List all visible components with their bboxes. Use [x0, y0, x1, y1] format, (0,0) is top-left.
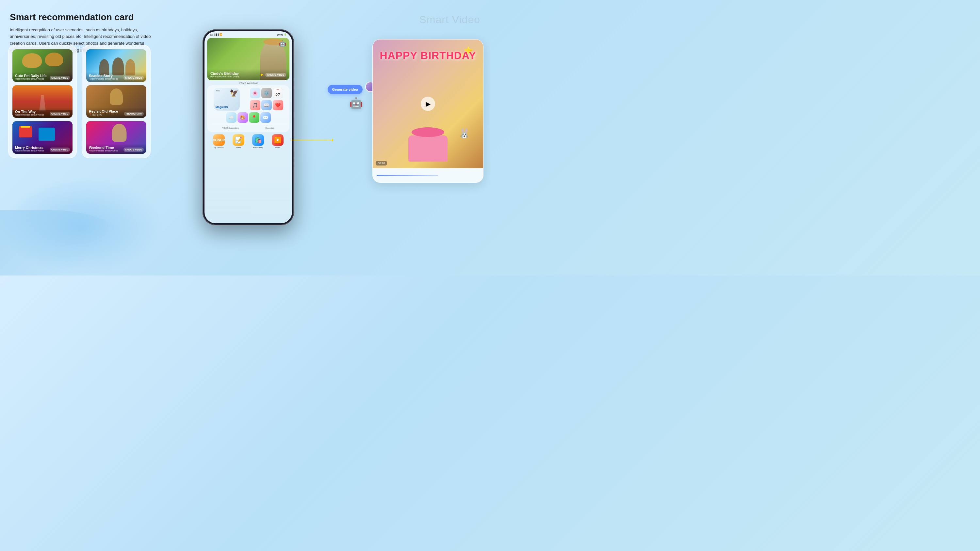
phone-mockup: 5G ▐▐▐ 📶 10:08 🔋 [202, 29, 294, 225]
card-cute-pet-subtitle: Recommended smart videos [15, 78, 47, 80]
card-revisit-overlay: Revisit Old Place 📍 BEI JING PHOTOGRAPH [86, 107, 146, 118]
card-column-2: Seaside Story Recommended smart videos C… [82, 45, 151, 158]
health-icon[interactable]: ❤️ [273, 100, 283, 110]
card-seaside[interactable]: Seaside Story Recommended smart videos C… [86, 49, 146, 82]
card-weekend-title: Weekend Time [89, 146, 118, 149]
card-cute-pet-action[interactable]: CREATE VIDEO [50, 76, 70, 80]
wifi-icon: 📶 [220, 33, 223, 36]
card-on-the-way-overlay: On The Way Recommended smart videos CREA… [13, 108, 73, 118]
cloud-icon[interactable]: ☁️ [226, 112, 237, 123]
color-icon[interactable]: 🎨 [237, 112, 248, 123]
play-button[interactable]: ▶ [421, 97, 435, 111]
signal-icon: 5G [210, 33, 213, 36]
settings-icon[interactable]: ⚙️ [261, 88, 272, 98]
mail-icon[interactable]: ✉️ [260, 112, 271, 123]
card-weekend[interactable]: Weekend Time Recommended smart videos CR… [86, 121, 146, 154]
bg-blob [0, 178, 163, 275]
card-revisit-action[interactable]: PHOTOGRAPH [124, 112, 144, 116]
card-on-the-way-title: On The Way [15, 110, 44, 114]
card-revisit-location: BEI JING [92, 114, 102, 116]
time-display: 10:08 [277, 33, 283, 36]
know-label: Know [216, 90, 221, 92]
video-app[interactable]: ▶️ Video [270, 134, 285, 149]
app-gallery-label: APP Gallery [253, 146, 264, 149]
yoyo-mascot-right: 🤖 [350, 97, 363, 109]
birthday-create-btn[interactable]: CREATE VIDEO [265, 73, 286, 77]
video-timer: 00:20 [376, 161, 387, 165]
status-bar: 5G ▐▐▐ 📶 10:08 🔋 [205, 31, 292, 37]
card-revisit-location-icon: 📍 [89, 113, 92, 116]
generate-video-btn[interactable]: Generate video [328, 85, 363, 94]
card-cute-pet-title: Cute Pet Daily Life [15, 74, 47, 78]
location-icon[interactable]: 📍 [249, 112, 259, 123]
appgallery-icon[interactable]: 🛍️ [252, 134, 264, 146]
video-bottom-bar [373, 168, 483, 183]
video-icon[interactable]: ▶️ [272, 134, 283, 146]
magic-os-card[interactable]: Know MagicOS 🦅 [214, 88, 240, 111]
cal-date: 27 [276, 93, 280, 97]
card-on-the-way[interactable]: On The Way Recommended smart videos CREA… [13, 85, 73, 118]
card-column-1: Cute Pet Daily Life Recommended smart vi… [8, 45, 77, 158]
battery-icon: 🔋 [284, 33, 287, 36]
magic-os-label: MagicOS [216, 105, 228, 109]
app-row-2: ☁️ 🎨 📍 ✉️ [209, 112, 288, 123]
app-grid-section: Know MagicOS 🦅 🌸 ⚙️ [207, 85, 290, 132]
card-christmas-title: Merry Christmas [15, 146, 44, 149]
card-seaside-subtitle: Recommended smart videos [89, 78, 118, 80]
card-weekend-subtitle: Recommended smart videos [89, 149, 118, 152]
card-weekend-overlay: Weekend Time Recommended smart videos CR… [86, 144, 146, 154]
card-revisit-title: Revisit Old Place [89, 110, 118, 113]
hb-text-container: HAPPY BIRTHDAY [373, 49, 483, 62]
card-seaside-overlay: Seaside Story Recommended smart videos C… [86, 72, 146, 82]
notes-app[interactable]: 📝 Notes [231, 134, 246, 149]
progress-bar[interactable] [377, 175, 438, 176]
hb-text: HAPPY BIRTHDAY [373, 49, 483, 62]
ai-mascot-phone: 🤖 [279, 40, 286, 47]
honor-icon[interactable]: HONOR [213, 134, 225, 146]
card-cute-pet[interactable]: Cute Pet Daily Life Recommended smart vi… [13, 49, 73, 82]
signal-bars: ▐▐▐ [214, 33, 218, 36]
calendar-icon[interactable]: Thu 27 [273, 88, 283, 98]
bottom-dock: HONOR My HONOR 📝 Notes 🛍️ APP Gallery [207, 133, 290, 150]
phone-birthday-card[interactable]: Cindy's Birthday Recommended smart video… [207, 38, 290, 80]
card-christmas-overlay: Merry Christmas Recommended smart videos… [13, 144, 73, 154]
card-christmas-subtitle: Recommended smart videos [15, 149, 44, 152]
phone-body: 5G ▐▐▐ 📶 10:08 🔋 [202, 29, 294, 225]
my-honor-app[interactable]: HONOR My HONOR [212, 134, 226, 149]
books-icon[interactable]: 📖 [261, 100, 272, 110]
card-grid: Cute Pet Daily Life Recommended smart vi… [8, 45, 151, 158]
cal-day-label: Thu [277, 89, 279, 91]
my-honor-label: My HONOR [214, 146, 224, 149]
card-revisit[interactable]: Revisit Old Place 📍 BEI JING PHOTOGRAPH [86, 85, 146, 118]
notes-icon[interactable]: 📝 [232, 134, 244, 146]
card-seaside-action[interactable]: CREATE VIDEO [124, 76, 144, 80]
card-seaside-title: Seaside Story [89, 74, 118, 78]
birthday-video[interactable]: ⭐ ✨ 🐰 HAPPY BIRTHDAY ▶ 00:20 [373, 40, 483, 168]
phone-screen: 5G ▐▐▐ 📶 10:08 🔋 [205, 31, 292, 223]
icon-cluster: 🌸 ⚙️ Thu 27 🎵 [250, 88, 283, 111]
arrow-head [332, 138, 335, 142]
music-icon[interactable]: 🎵 [250, 100, 260, 110]
gallery-icon[interactable]: 🌸 [250, 88, 260, 98]
app-gallery-app[interactable]: 🛍️ APP Gallery [251, 134, 266, 149]
video-label: Video [275, 146, 280, 149]
card-christmas[interactable]: Merry Christmas Recommended smart videos… [13, 121, 73, 154]
page-title: Smart recommendation card [10, 12, 154, 23]
magic-bird-icon: 🦅 [230, 89, 239, 98]
card-weekend-action[interactable]: CREATE VIDEO [124, 148, 144, 152]
yoyo-assistant-label: YOYO Assistant [205, 82, 292, 84]
smart-video-label: Smart Video [420, 14, 480, 26]
yoyo-suggestions-label: YOYO Suggestions [222, 127, 239, 129]
birthday-dot [261, 74, 262, 76]
arrow-line [291, 140, 333, 140]
essentials-label: Essentials [265, 127, 274, 129]
card-on-the-way-action[interactable]: CREATE VIDEO [50, 112, 70, 116]
card-on-the-way-subtitle: Recommended smart videos [15, 114, 44, 116]
card-cute-pet-overlay: Cute Pet Daily Life Recommended smart vi… [13, 72, 73, 82]
right-panel: ⭐ ✨ 🐰 HAPPY BIRTHDAY ▶ 00:20 [372, 39, 484, 183]
app-row-1: Know MagicOS 🦅 🌸 ⚙️ [209, 88, 288, 111]
generate-section: Generate video 🤖 [328, 85, 363, 109]
card-christmas-action[interactable]: CREATE VIDEO [50, 148, 70, 152]
suggestions-row: YOYO Suggestions Essentials [209, 126, 288, 130]
notes-label: Notes [236, 146, 241, 149]
